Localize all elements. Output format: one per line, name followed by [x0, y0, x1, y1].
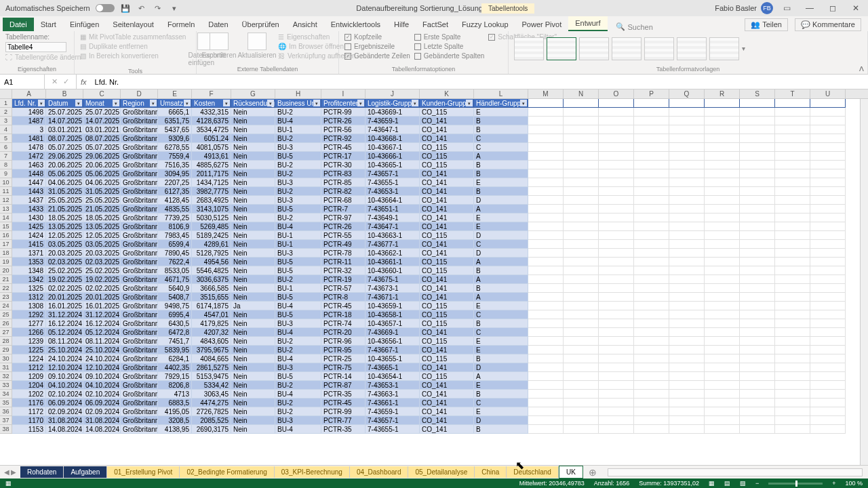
cell[interactable] [669, 346, 705, 354]
cell[interactable]: PCTR-32 [321, 266, 366, 275]
row-header[interactable]: 15 [0, 222, 12, 231]
row-header[interactable]: 32 [0, 372, 12, 381]
cell[interactable] [599, 328, 634, 337]
row-header[interactable]: 6 [0, 143, 12, 152]
cell[interactable]: PCTR-83 [321, 169, 366, 178]
cell[interactable]: Nein [231, 214, 275, 222]
cell[interactable]: 1433 [12, 205, 46, 214]
cell[interactable]: CO_141 [420, 293, 474, 302]
cell[interactable] [634, 143, 669, 152]
cell[interactable] [564, 134, 599, 143]
cell[interactable]: Monat▾ [83, 99, 121, 108]
cell[interactable]: 7-43671-1 [366, 293, 420, 302]
enter-icon[interactable]: ✓ [63, 77, 69, 86]
cell[interactable] [775, 99, 810, 108]
cell[interactable]: 5153,9475 [192, 372, 231, 381]
cell[interactable]: Nein [231, 381, 275, 390]
cell[interactable] [775, 187, 810, 196]
cell[interactable]: Großbritanni [121, 143, 158, 152]
cell[interactable]: 09.10.2024 [46, 372, 83, 381]
cell[interactable]: Großbritanni [121, 205, 158, 214]
cell[interactable] [705, 293, 740, 302]
cell[interactable]: Nein [231, 310, 275, 319]
cell[interactable]: Nein [231, 178, 275, 187]
row-header[interactable]: 1 [0, 99, 12, 108]
sheet-tab[interactable]: Aufgaben [64, 466, 107, 478]
cell[interactable]: 12.10.2024 [83, 363, 121, 372]
cell[interactable]: CO_141 [420, 240, 474, 249]
cell[interactable]: 2861,5275 [192, 363, 231, 372]
cell[interactable]: 1463 [12, 161, 46, 169]
row-header[interactable]: 19 [0, 258, 12, 266]
cell[interactable] [775, 363, 810, 372]
cell[interactable]: 10-43664-1 [366, 196, 420, 205]
cell[interactable]: Großbritanni [121, 319, 158, 328]
cell[interactable]: E [474, 346, 528, 354]
cell[interactable] [634, 319, 669, 328]
cell[interactable]: Großbritanni [121, 249, 158, 258]
cell[interactable]: B [474, 425, 528, 434]
cell[interactable]: 1225 [12, 346, 46, 354]
cell[interactable]: BU-3 [275, 249, 321, 258]
cell[interactable]: 14.08.2024 [83, 425, 121, 434]
cell[interactable] [599, 143, 634, 152]
cell[interactable]: 02.09.2024 [46, 407, 83, 416]
row-header[interactable]: 27 [0, 328, 12, 337]
cell[interactable]: 1170 [12, 416, 46, 425]
cell[interactable]: D [474, 363, 528, 372]
cell[interactable] [740, 328, 775, 337]
filter-icon[interactable]: ▾ [113, 100, 119, 106]
style-swatch[interactable] [547, 37, 576, 60]
cell[interactable]: 19.02.2025 [46, 275, 83, 284]
cell[interactable] [740, 161, 775, 169]
cell[interactable]: 3063,45 [192, 390, 231, 399]
cell[interactable]: Nein [231, 108, 275, 117]
cell[interactable] [740, 258, 775, 266]
cell[interactable]: 04.10.2024 [46, 381, 83, 390]
cell[interactable]: 4128,6375 [192, 117, 231, 125]
cell[interactable]: 31.05.2025 [83, 187, 121, 196]
cell[interactable]: Großbritanni [121, 302, 158, 310]
cell[interactable]: Großbritanni [121, 381, 158, 390]
cell[interactable] [528, 205, 564, 214]
zoom-in-icon[interactable]: + [832, 480, 835, 487]
cell[interactable] [564, 117, 599, 125]
cell[interactable]: 1266 [12, 328, 46, 337]
cell[interactable]: C [474, 399, 528, 407]
cell[interactable] [564, 337, 599, 346]
cell[interactable] [528, 266, 564, 275]
cell[interactable] [810, 196, 846, 205]
cell[interactable]: 14.08.2024 [46, 425, 83, 434]
cell[interactable] [669, 381, 705, 390]
cell[interactable] [669, 205, 705, 214]
cell[interactable] [705, 275, 740, 284]
filter-icon[interactable]: ▾ [412, 100, 418, 106]
cell[interactable]: BU-4 [275, 328, 321, 337]
cell[interactable]: 7-43677-1 [366, 240, 420, 249]
tab-power pivot[interactable]: Power Pivot [515, 18, 569, 31]
cell[interactable]: Großbritanni [121, 266, 158, 275]
cell[interactable]: 16.12.2024 [83, 319, 121, 328]
cell[interactable]: Nein [231, 222, 275, 231]
cell[interactable]: 5437,65 [158, 125, 192, 134]
cell[interactable] [740, 196, 775, 205]
cell[interactable]: CO_141 [420, 249, 474, 258]
cell[interactable] [705, 266, 740, 275]
tablename-input[interactable] [5, 42, 66, 52]
cell[interactable] [740, 275, 775, 284]
cell[interactable]: Nein [231, 205, 275, 214]
cell[interactable]: B [474, 187, 528, 196]
cell[interactable] [564, 319, 599, 328]
cell[interactable] [634, 346, 669, 354]
cell[interactable]: BU-1 [275, 284, 321, 293]
tab-file[interactable]: Datei [3, 18, 34, 31]
cell[interactable]: 1342 [12, 275, 46, 284]
cell[interactable]: 6127,35 [158, 187, 192, 196]
cell[interactable]: 19.02.2025 [83, 275, 121, 284]
cell[interactable]: 3 [12, 125, 46, 134]
cell[interactable] [599, 302, 634, 310]
cell[interactable]: Nein [231, 275, 275, 284]
cell[interactable] [810, 407, 846, 416]
cell[interactable]: 02.10.2024 [83, 390, 121, 399]
cell[interactable]: 7739,25 [158, 214, 192, 222]
